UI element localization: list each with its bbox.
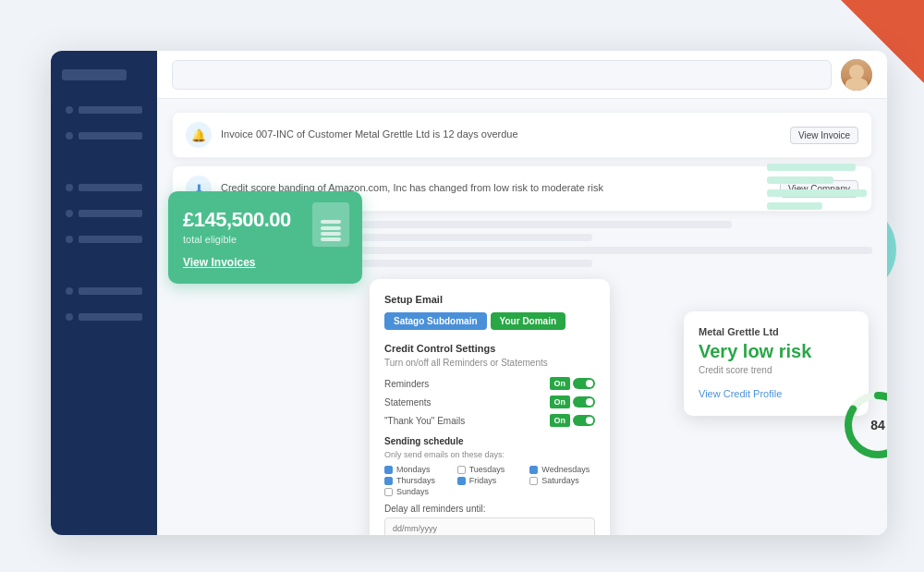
- avatar-image: [841, 59, 872, 91]
- settings-card: Setup Email Satago Subdomain Your Domain…: [370, 279, 610, 535]
- avatar: [841, 59, 872, 91]
- toggle-on-label: On: [550, 377, 571, 390]
- toggle-switch-3[interactable]: [573, 415, 595, 426]
- nav-line: [79, 287, 142, 295]
- nav-line: [79, 313, 142, 321]
- day-fridays: Fridays: [457, 476, 523, 485]
- day-saturdays: Saturdays: [529, 476, 595, 485]
- nav-dot: [66, 313, 73, 321]
- day-wednesdays: Wednesdays: [529, 465, 595, 474]
- sidebar-item-5[interactable]: [62, 230, 146, 249]
- delay-section: Delay all reminders until:: [384, 504, 595, 535]
- toggle-thankyou-label: "Thank You" Emails: [384, 416, 465, 426]
- view-credit-profile-link[interactable]: View Credit Profile: [699, 388, 782, 399]
- days-grid: Mondays Tuesdays Wednesdays Thursda: [384, 465, 595, 496]
- right-panel-line-1: [767, 164, 856, 171]
- nav-line: [79, 132, 142, 140]
- sidebar-spacer-2: [62, 256, 146, 274]
- toggle-statements-label: Statements: [384, 397, 432, 408]
- notification-card-1: 🔔 Invoice 007-INC of Customer Metal Gret…: [172, 112, 872, 158]
- day-mondays: Mondays: [384, 465, 450, 474]
- right-panel-line-4: [767, 202, 822, 210]
- sending-schedule-title: Sending schedule: [384, 436, 595, 446]
- toggle-switch-2[interactable]: [573, 396, 595, 408]
- day-label-tuesdays: Tuesdays: [469, 465, 505, 474]
- nav-dot: [66, 184, 73, 191]
- sidebar: [51, 51, 157, 535]
- right-panel-line-3: [767, 189, 867, 197]
- toggle-statements: Statements On: [384, 396, 595, 408]
- toggle-thankyou-control[interactable]: On: [550, 414, 596, 427]
- right-panel-line-2: [767, 176, 833, 184]
- sidebar-item-7[interactable]: [62, 308, 146, 326]
- day-label-fridays: Fridays: [469, 476, 497, 485]
- credit-risk-label: Very low risk: [699, 341, 854, 361]
- donut-score-label: 84: [870, 418, 885, 432]
- toggle-statements-control[interactable]: On: [550, 396, 596, 408]
- sidebar-item-2[interactable]: [62, 127, 146, 145]
- search-input[interactable]: [172, 60, 832, 90]
- checkbox-mondays[interactable]: [384, 466, 393, 474]
- day-tuesdays: Tuesdays: [457, 465, 523, 474]
- checkbox-tuesdays[interactable]: [457, 466, 466, 474]
- delay-date-input[interactable]: [384, 517, 595, 535]
- day-label-thursdays: Thursdays: [396, 476, 435, 485]
- checkbox-sundays[interactable]: [384, 488, 393, 496]
- invoice-label: total eligible: [183, 234, 347, 245]
- credit-trend-label: Credit score trend: [699, 365, 854, 375]
- day-label-wednesdays: Wednesdays: [541, 465, 590, 474]
- dashboard-area: 🔔 Invoice 007-INC of Customer Metal Gret…: [157, 99, 887, 286]
- delay-title: Delay all reminders until:: [384, 504, 595, 514]
- notification-text-1: Invoice 007-INC of Customer Metal Grettl…: [221, 128, 781, 141]
- sidebar-item-6[interactable]: [62, 282, 146, 300]
- day-label-saturdays: Saturdays: [541, 476, 579, 485]
- nav-dot: [66, 106, 73, 114]
- toggle-on-label-3: On: [550, 414, 571, 427]
- credit-company-name: Metal Grettle Ltd: [699, 326, 854, 337]
- toggle-thankyou: "Thank You" Emails On: [384, 414, 595, 427]
- sending-section: Sending schedule Only send emails on the…: [384, 436, 595, 496]
- toggle-on-label-2: On: [550, 396, 571, 408]
- view-invoices-link[interactable]: View Invoices: [183, 256, 347, 269]
- checkbox-thursdays[interactable]: [384, 477, 393, 485]
- checkbox-wednesdays[interactable]: [529, 466, 538, 474]
- day-label-sundays: Sundays: [396, 487, 429, 496]
- email-tabs: Satago Subdomain Your Domain: [384, 312, 595, 330]
- credit-control-subtitle: Turn on/off all Reminders or Statements: [384, 358, 595, 368]
- header-bar: [157, 51, 887, 99]
- sidebar-item-4[interactable]: [62, 204, 146, 223]
- credit-control-title: Credit Control Settings: [384, 343, 595, 354]
- day-thursdays: Thursdays: [384, 476, 450, 485]
- toggle-reminders: Reminders On: [384, 377, 595, 390]
- day-sundays: Sundays: [384, 487, 450, 496]
- checkbox-saturdays[interactable]: [529, 477, 538, 485]
- browser-window: 🔔 Invoice 007-INC of Customer Metal Gret…: [51, 51, 887, 535]
- toggle-reminders-label: Reminders: [384, 379, 429, 389]
- tab-your-domain[interactable]: Your Domain: [491, 312, 565, 330]
- toggle-switch[interactable]: [573, 378, 595, 389]
- bell-icon: 🔔: [186, 122, 212, 148]
- nav-dot: [66, 236, 73, 243]
- credit-profile-card: Metal Grettle Ltd Very low risk Credit s…: [684, 311, 869, 416]
- nav-line: [79, 184, 142, 191]
- invoice-card: £145,500.00 total eligible View Invoices: [168, 191, 362, 284]
- donut-chart-container: 84: [841, 388, 887, 462]
- setup-email-title: Setup Email: [384, 294, 595, 305]
- main-content: 🔔 Invoice 007-INC of Customer Metal Gret…: [157, 51, 887, 535]
- sending-schedule-subtitle: Only send emails on these days:: [384, 450, 595, 459]
- sidebar-logo: [62, 69, 127, 80]
- checkbox-fridays[interactable]: [457, 477, 466, 485]
- sidebar-item-3[interactable]: [62, 178, 146, 197]
- nav-dot: [66, 210, 73, 217]
- toggle-reminders-control[interactable]: On: [550, 377, 596, 390]
- nav-dot: [66, 132, 73, 140]
- sidebar-item-1[interactable]: [62, 101, 146, 119]
- day-label-mondays: Mondays: [396, 465, 431, 474]
- nav-line: [79, 210, 142, 217]
- nav-line: [79, 236, 142, 243]
- view-invoice-button[interactable]: View Invoice: [790, 127, 858, 144]
- sidebar-spacer: [62, 152, 146, 171]
- nav-dot: [66, 287, 73, 295]
- right-panel: [767, 164, 878, 210]
- tab-satago-subdomain[interactable]: Satago Subdomain: [384, 312, 487, 330]
